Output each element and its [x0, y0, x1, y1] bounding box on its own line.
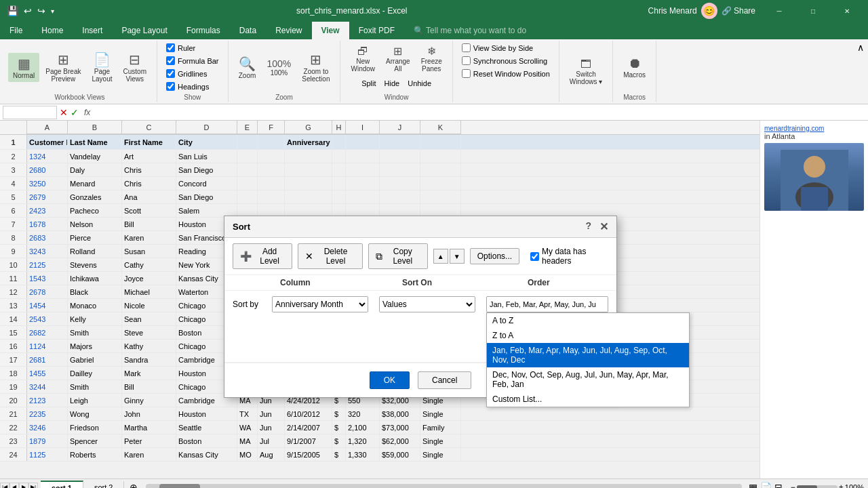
- grid-cell[interactable]: Peter: [122, 434, 176, 447]
- grid-cell[interactable]: [420, 135, 461, 149]
- grid-cell[interactable]: 1543: [27, 272, 68, 285]
- grid-cell[interactable]: 1455: [27, 367, 68, 380]
- sync-scrolling[interactable]: Synchronous Scrolling: [458, 55, 551, 66]
- grid-cell[interactable]: 1879: [27, 434, 68, 447]
- collapse-ribbon[interactable]: ∧: [856, 41, 865, 102]
- btn-zoom[interactable]: 🔍 Zoom: [234, 53, 261, 82]
- ok-button[interactable]: OK: [370, 371, 410, 389]
- grid-cell[interactable]: Karen: [122, 448, 176, 461]
- move-up-btn[interactable]: ▲: [433, 249, 448, 264]
- grid-cell[interactable]: San Diego: [176, 163, 237, 176]
- unhide-checkbox[interactable]: Unhide: [404, 78, 435, 89]
- confirm-formula-icon[interactable]: ✓: [71, 107, 79, 118]
- tab-insert[interactable]: Insert: [73, 22, 112, 39]
- col-header-i[interactable]: I: [346, 121, 380, 134]
- headings-checkbox[interactable]: Headings: [163, 81, 212, 92]
- grid-cell[interactable]: Aug: [258, 448, 285, 461]
- grid-cell[interactable]: [285, 150, 332, 163]
- btn-normal[interactable]: ▦ Normal: [8, 53, 39, 82]
- grid-cell[interactable]: Ana: [122, 190, 176, 203]
- grid-cell[interactable]: Smith: [68, 380, 122, 393]
- grid-cell[interactable]: Pierce: [68, 231, 122, 244]
- gridlines-checkbox[interactable]: Gridlines: [163, 68, 210, 79]
- grid-cell[interactable]: Last Name: [68, 135, 122, 149]
- grid-cell[interactable]: $62,000: [380, 434, 420, 447]
- add-level-btn[interactable]: ➕ Add Level: [233, 243, 292, 269]
- grid-cell[interactable]: 1,330: [346, 448, 380, 461]
- zoom-minus-btn[interactable]: −: [791, 483, 795, 489]
- col-header-j[interactable]: J: [380, 121, 420, 134]
- col-header-f[interactable]: F: [258, 121, 285, 134]
- grid-cell[interactable]: 3246: [27, 421, 68, 434]
- grid-cell[interactable]: 2682: [27, 326, 68, 339]
- grid-cell[interactable]: MA: [237, 434, 258, 447]
- grid-cell[interactable]: [332, 150, 346, 163]
- grid-cell[interactable]: Daly: [68, 163, 122, 176]
- grid-cell[interactable]: [380, 163, 420, 176]
- tab-foxit[interactable]: Foxit PDF: [349, 22, 404, 39]
- last-sheet-btn[interactable]: ▶|: [28, 483, 38, 489]
- zoom-plus-btn[interactable]: +: [839, 483, 844, 489]
- grid-cell[interactable]: Family: [420, 421, 461, 434]
- grid-cell[interactable]: John: [122, 407, 176, 420]
- grid-cell[interactable]: Michael: [122, 285, 176, 298]
- move-level-btns[interactable]: ▲ ▼: [433, 249, 465, 264]
- formula-bar-checkbox[interactable]: Formula Bar: [163, 55, 222, 66]
- cancel-button[interactable]: Cancel: [418, 371, 471, 389]
- tab-formulas[interactable]: Formulas: [177, 22, 230, 39]
- minimize-btn[interactable]: ─: [764, 0, 795, 22]
- grid-cell[interactable]: Smith: [68, 326, 122, 339]
- grid-cell[interactable]: Cathy: [122, 258, 176, 271]
- grid-cell[interactable]: [346, 190, 380, 203]
- grid-cell[interactable]: Nicole: [122, 299, 176, 312]
- ruler-checkbox[interactable]: Ruler: [163, 42, 199, 54]
- grid-cell[interactable]: 9/1/2007: [285, 434, 332, 447]
- grid-cell[interactable]: Kansas City: [176, 448, 237, 461]
- grid-cell[interactable]: $: [332, 407, 346, 420]
- sheet-tab-sort2[interactable]: sort 2: [83, 481, 125, 489]
- option-custom-list[interactable]: Custom List...: [487, 392, 689, 407]
- column-dropdown[interactable]: Anniversary Month: [272, 296, 368, 312]
- tab-review[interactable]: Review: [266, 22, 311, 39]
- tab-data[interactable]: Data: [230, 22, 266, 39]
- email-link[interactable]: menardtraining.com: [764, 125, 824, 132]
- grid-cell[interactable]: [332, 163, 346, 176]
- view-side-by-side[interactable]: View Side by Side: [458, 42, 536, 54]
- grid-cell[interactable]: 2423: [27, 204, 68, 217]
- grid-cell[interactable]: [380, 135, 420, 149]
- grid-cell[interactable]: Susan: [122, 245, 176, 258]
- grid-cell[interactable]: [258, 177, 285, 190]
- grid-cell[interactable]: Jun: [258, 407, 285, 420]
- grid-cell[interactable]: Art: [122, 150, 176, 163]
- btn-zoom-selection[interactable]: ⊞ Zoom toSelection: [297, 49, 334, 85]
- grid-cell[interactable]: [420, 177, 461, 190]
- grid-cell[interactable]: City: [176, 135, 237, 149]
- order-dropdown[interactable]: A to Z Z to A Jan, Feb, Mar, Apr, May, J…: [486, 312, 690, 407]
- grid-cell[interactable]: Monaco: [68, 299, 122, 312]
- grid-cell[interactable]: Scott: [122, 204, 176, 217]
- grid-cell[interactable]: 320: [346, 407, 380, 420]
- grid-cell[interactable]: 1,320: [346, 434, 380, 447]
- grid-cell[interactable]: Customer Number: [27, 135, 68, 149]
- grid-cell[interactable]: 2679: [27, 190, 68, 203]
- grid-cell[interactable]: Chris: [122, 163, 176, 176]
- btn-page-layout[interactable]: 📄 PageLayout: [87, 49, 117, 85]
- grid-cell[interactable]: Bill: [122, 218, 176, 230]
- grid-cell[interactable]: Chris: [122, 177, 176, 190]
- grid-cell[interactable]: 2681: [27, 353, 68, 366]
- maximize-btn[interactable]: □: [797, 0, 829, 22]
- col-header-a[interactable]: A: [27, 121, 68, 134]
- option-months-desc[interactable]: Dec, Nov, Oct, Sep, Aug, Jul, Jun, May, …: [487, 367, 689, 392]
- grid-cell[interactable]: 2543: [27, 312, 68, 325]
- save-icon[interactable]: 💾: [7, 5, 18, 16]
- grid-cell[interactable]: 2123: [27, 394, 68, 407]
- order-display[interactable]: Jan, Feb, Mar, Apr, May, Jun, Ju: [486, 296, 608, 312]
- redo-icon[interactable]: ↪: [37, 5, 45, 16]
- grid-cell[interactable]: 2/14/2007: [285, 421, 332, 434]
- tab-file[interactable]: File: [0, 22, 32, 39]
- zoom-thumb[interactable]: [797, 485, 817, 489]
- undo-icon[interactable]: ↩: [24, 5, 32, 16]
- formula-input[interactable]: 'Jan: [96, 106, 865, 119]
- grid-cell[interactable]: [332, 177, 346, 190]
- grid-cell[interactable]: 1124: [27, 340, 68, 352]
